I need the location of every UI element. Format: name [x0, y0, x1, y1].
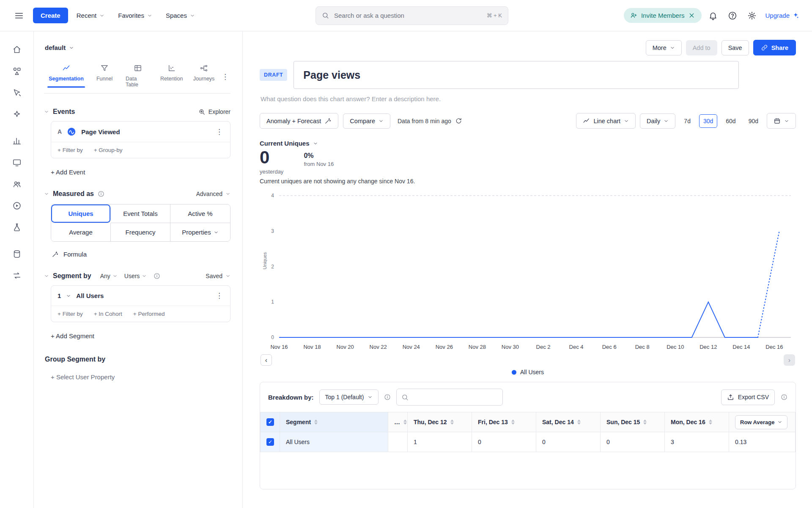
measure-option-uniques[interactable]: Uniques — [51, 204, 111, 223]
column-header[interactable]: Sat, Dec 14 — [536, 412, 601, 432]
sort-icon[interactable] — [314, 420, 318, 425]
help-button[interactable] — [724, 8, 741, 24]
chart-description-input[interactable] — [260, 95, 640, 103]
global-search[interactable]: ⌘ + K — [315, 6, 508, 25]
more-button[interactable]: More — [646, 40, 682, 55]
range-60d-button[interactable]: 60d — [721, 114, 740, 128]
close-icon[interactable] — [688, 12, 695, 19]
anomaly-forecast-button[interactable]: Anomaly + Forecast — [260, 113, 338, 129]
more-tabs-button[interactable]: ⋮ — [221, 72, 230, 81]
segment-name[interactable]: All Users — [76, 292, 104, 299]
range-90d-button[interactable]: 90d — [744, 114, 763, 128]
invite-members-button[interactable]: Invite Members — [624, 8, 702, 23]
range-7d-button[interactable]: 7d — [680, 114, 695, 128]
upgrade-link[interactable]: Upgrade — [763, 8, 801, 22]
sort-icon[interactable] — [577, 420, 581, 425]
collapse-chevron-icon[interactable] — [44, 109, 49, 114]
share-button[interactable]: Share — [753, 40, 796, 55]
settings-button[interactable] — [744, 8, 760, 24]
session-replay-nav-button[interactable] — [12, 201, 22, 210]
integrations-nav-button[interactable] — [12, 271, 22, 280]
sort-icon[interactable] — [511, 420, 515, 425]
favorites-menu[interactable]: Favorites — [113, 8, 157, 23]
hamburger-menu-button[interactable] — [11, 8, 27, 24]
range-30d-button[interactable]: 30d — [699, 114, 717, 128]
charts-nav-button[interactable] — [12, 136, 22, 146]
segment-options-button[interactable]: ⋮ — [215, 291, 224, 300]
metric-selector[interactable]: Current Uniques — [260, 140, 318, 147]
column-header[interactable]: Fri, Dec 13 — [472, 412, 536, 432]
add-event-button[interactable]: + Add Event — [51, 168, 85, 176]
segment-performed-button[interactable]: + Performed — [133, 311, 165, 317]
scroll-right-button[interactable]: › — [784, 354, 795, 366]
pointer-nav-button[interactable] — [12, 88, 22, 97]
event-filter-by-button[interactable]: + Filter by — [58, 147, 83, 153]
breakdown-top-selector[interactable]: Top 1 (Default) — [319, 389, 379, 405]
advanced-dropdown[interactable]: Advanced — [196, 190, 230, 197]
saved-dropdown[interactable]: Saved — [206, 273, 230, 279]
segment-users-dropdown[interactable]: Users — [124, 273, 147, 279]
create-button[interactable]: Create — [33, 8, 68, 23]
select-all-checkbox[interactable]: ✓ — [266, 418, 274, 426]
chart-type-dropdown[interactable]: Line chart — [576, 113, 636, 129]
chevron-down-icon[interactable] — [66, 293, 71, 298]
users-nav-button[interactable] — [12, 179, 22, 189]
segment-any-dropdown[interactable]: Any — [100, 273, 118, 279]
notifications-button[interactable] — [705, 8, 721, 24]
event-name[interactable]: Page Viewed — [81, 128, 120, 135]
tab-retention[interactable]: Retention — [156, 61, 187, 87]
column-header[interactable]: Mon, Dec 16 — [665, 412, 729, 432]
row-average-header[interactable]: Row Average — [729, 412, 796, 432]
collapse-chevron-icon[interactable] — [44, 273, 49, 279]
event-options-button[interactable]: ⋮ — [215, 127, 224, 136]
export-csv-button[interactable]: Export CSV — [721, 389, 775, 405]
column-header[interactable]: Thu, Dec 12 — [408, 412, 472, 432]
date-range-picker[interactable] — [767, 113, 796, 129]
tab-journeys[interactable]: Journeys — [189, 61, 219, 87]
measure-option-active-pct[interactable]: Active % — [170, 204, 230, 223]
tab-funnel[interactable]: Funnel — [89, 61, 120, 87]
add-segment-button[interactable]: + Add Segment — [51, 332, 94, 340]
sort-icon[interactable] — [403, 420, 407, 425]
add-to-button[interactable]: Add to — [686, 40, 717, 55]
save-button[interactable]: Save — [721, 40, 749, 55]
scroll-left-button[interactable]: ‹ — [261, 354, 272, 366]
column-header[interactable]: Segment — [280, 412, 388, 432]
measure-option-event-totals[interactable]: Event Totals — [111, 204, 170, 223]
measure-option-properties[interactable]: Properties — [170, 223, 230, 241]
tab-segmentation[interactable]: Segmentation — [45, 61, 88, 87]
event-group-by-button[interactable]: + Group-by — [94, 147, 123, 153]
home-nav-button[interactable] — [12, 45, 22, 54]
collapse-chevron-icon[interactable] — [44, 191, 49, 196]
formula-button[interactable]: Formula — [52, 251, 230, 258]
breakdown-search-input[interactable] — [412, 393, 498, 401]
spaces-menu[interactable]: Spaces — [161, 8, 200, 23]
breakdown-search[interactable] — [396, 389, 503, 406]
tab-data-table[interactable]: Data Table — [121, 61, 154, 93]
dashboards-nav-button[interactable] — [12, 158, 22, 167]
measure-option-average[interactable]: Average — [51, 223, 111, 241]
column-header[interactable]: … — [388, 412, 408, 432]
row-checkbox[interactable]: ✓ — [266, 438, 274, 446]
sort-icon[interactable] — [709, 420, 712, 425]
segment-filter-by-button[interactable]: + Filter by — [58, 311, 83, 317]
select-user-property-button[interactable]: + Select User Property — [51, 373, 115, 381]
sort-icon[interactable] — [450, 420, 454, 425]
granularity-dropdown[interactable]: Daily — [640, 113, 675, 129]
ai-nav-button[interactable] — [12, 110, 22, 119]
chart-title-input[interactable] — [294, 61, 739, 89]
search-input[interactable] — [333, 11, 483, 19]
refresh-icon[interactable] — [455, 117, 462, 124]
recent-menu[interactable]: Recent — [71, 8, 110, 23]
data-nav-button[interactable] — [12, 249, 22, 259]
explorer-button[interactable]: Explorer — [198, 108, 230, 116]
experiment-nav-button[interactable] — [12, 223, 22, 232]
segment-in-cohort-button[interactable]: + In Cohort — [94, 311, 122, 317]
sort-icon[interactable] — [643, 420, 647, 425]
project-selector[interactable]: default — [44, 42, 75, 53]
column-header[interactable]: Sun, Dec 15 — [601, 412, 665, 432]
visualizations-nav-button[interactable] — [12, 66, 22, 76]
table-row[interactable]: ✓All Users100030.13 — [261, 432, 796, 452]
measure-option-frequency[interactable]: Frequency — [111, 223, 170, 241]
legend-series-label[interactable]: All Users — [520, 369, 544, 375]
